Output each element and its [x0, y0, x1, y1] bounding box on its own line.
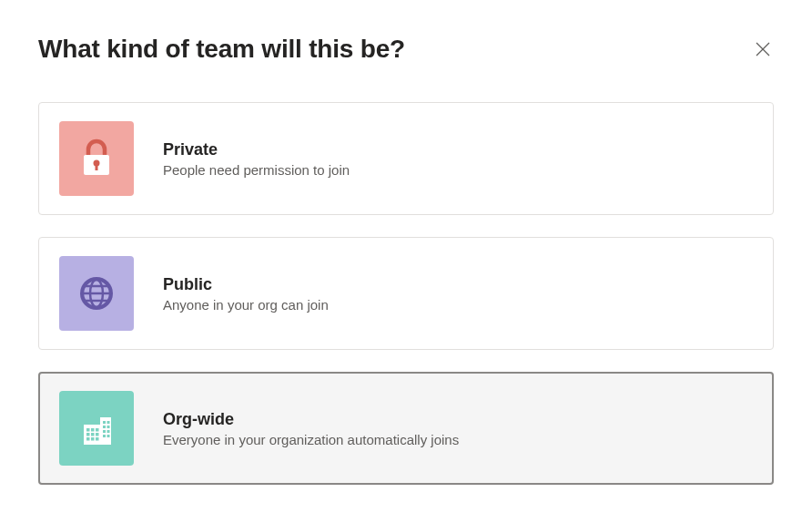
globe-icon: [75, 272, 118, 315]
dialog-title: What kind of team will this be?: [38, 35, 405, 64]
option-public-text: Public Anyone in your org can join: [163, 275, 329, 313]
svg-rect-21: [91, 437, 95, 441]
svg-rect-20: [86, 437, 90, 441]
svg-rect-27: [103, 430, 106, 433]
svg-rect-23: [103, 421, 106, 424]
option-private-text: Private People need permission to join: [163, 140, 350, 178]
svg-rect-17: [86, 433, 90, 436]
svg-rect-18: [91, 433, 95, 436]
orgwide-icon-box: [59, 391, 134, 466]
option-public-title: Public: [163, 275, 329, 294]
option-public-description: Anyone in your org can join: [163, 297, 329, 313]
svg-rect-15: [91, 428, 95, 432]
svg-rect-30: [107, 435, 110, 437]
option-orgwide[interactable]: Org-wide Everyone in your organization a…: [38, 372, 774, 485]
private-icon-box: [59, 121, 134, 196]
option-orgwide-title: Org-wide: [163, 410, 459, 429]
svg-rect-16: [96, 428, 99, 432]
option-orgwide-description: Everyone in your organization automatica…: [163, 432, 459, 447]
svg-rect-22: [96, 437, 99, 441]
option-orgwide-text: Org-wide Everyone in your organization a…: [163, 410, 459, 447]
option-private[interactable]: Private People need permission to join: [38, 102, 774, 215]
lock-icon: [75, 137, 118, 180]
svg-rect-4: [96, 164, 98, 170]
svg-rect-14: [86, 428, 90, 432]
svg-rect-29: [103, 435, 106, 437]
public-icon-box: [59, 256, 134, 331]
dialog-header: What kind of team will this be?: [38, 35, 774, 64]
option-public[interactable]: Public Anyone in your org can join: [38, 237, 774, 350]
option-private-title: Private: [163, 140, 350, 159]
svg-rect-26: [107, 426, 110, 428]
svg-rect-24: [107, 421, 110, 424]
close-icon: [756, 42, 770, 56]
team-type-options: Private People need permission to join P…: [38, 102, 774, 485]
close-button[interactable]: [752, 38, 774, 60]
svg-rect-28: [107, 430, 110, 433]
building-icon: [75, 406, 118, 450]
svg-rect-25: [103, 426, 106, 428]
option-private-description: People need permission to join: [163, 162, 350, 178]
svg-rect-19: [96, 433, 99, 436]
